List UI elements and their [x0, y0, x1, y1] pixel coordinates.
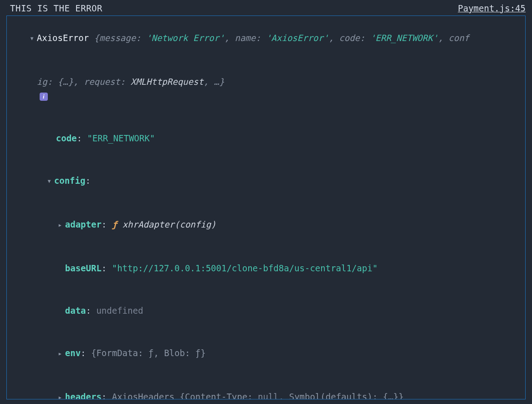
prop-config[interactable]: config: — [7, 160, 525, 203]
log-label: THIS IS THE ERROR — [10, 1, 102, 16]
expand-toggle-root[interactable] — [31, 31, 37, 47]
source-link[interactable]: Payment.js:45 — [458, 1, 526, 16]
prop-headers[interactable]: headers: AxiosHeaders {Content-Type: nul… — [7, 376, 525, 399]
prop-env[interactable]: env: {FormData: ƒ, Blob: ƒ} — [7, 332, 525, 376]
prop-adapter[interactable]: adapter: ƒ xhrAdapter(config) — [7, 203, 525, 247]
console-message-header: THIS IS THE ERROR Payment.js:45 — [0, 0, 532, 16]
chevron-right-icon[interactable] — [59, 218, 65, 233]
chevron-right-icon[interactable] — [59, 390, 65, 399]
object-summary: {message: 'Network Error', name: 'AxiosE… — [94, 33, 470, 43]
info-icon[interactable]: i — [40, 93, 48, 101]
object-preview-frame[interactable]: AxiosError {message: 'Network Error', na… — [6, 16, 526, 399]
object-summary-cont: ig: {…}, request: XMLHttpRequest, …} — [37, 77, 225, 87]
prop-baseurl[interactable]: baseURL: "http://127.0.0.1:5001/clone-bf… — [7, 247, 525, 290]
prop-code[interactable]: code: "ERR_NETWORK" — [7, 117, 525, 160]
prop-data[interactable]: data: undefined — [7, 290, 525, 332]
chevron-right-icon[interactable] — [59, 346, 65, 362]
expand-toggle-config[interactable] — [48, 174, 54, 189]
